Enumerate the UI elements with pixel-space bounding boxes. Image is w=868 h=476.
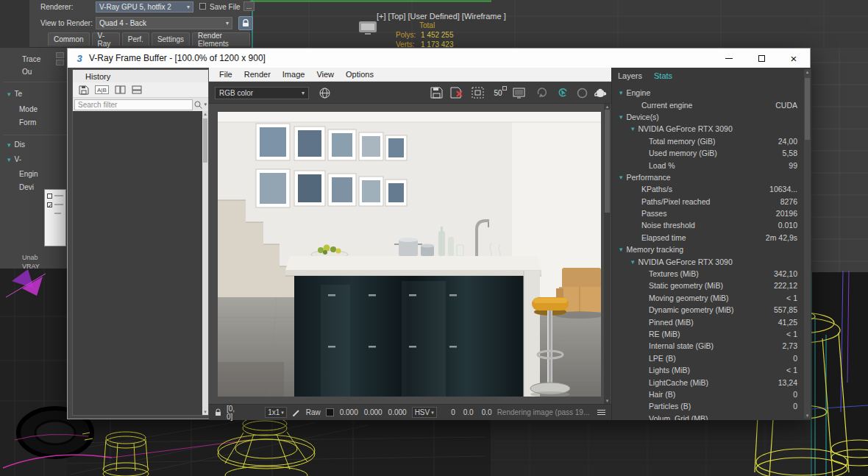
stats-tab-stats[interactable]: Stats [654,71,672,80]
stats-row[interactable]: Noise threshold0.010 [612,219,803,231]
stats-row[interactable]: Load %99 [612,159,803,171]
menu-view[interactable]: View [310,70,340,79]
save-file-checkbox[interactable] [199,3,206,10]
history-list[interactable]: ▴ ▾ [73,111,208,415]
stats-row[interactable]: Used memory (GiB)5,58 [612,147,803,159]
tab-perf[interactable]: Perf. [122,32,149,46]
tab-render-elements[interactable]: Render Elements [192,32,250,46]
pixel-g-value: 0.000 [363,408,383,416]
history-compare-vertical-icon[interactable] [132,85,142,94]
hsv-mode-dropdown[interactable]: HSV▾ [412,407,437,418]
region-render-icon[interactable] [469,85,485,101]
browse-save-file-button[interactable]: ... [243,1,255,11]
tab-common[interactable]: Common [48,32,90,46]
render-region-circle-icon[interactable] [574,85,590,101]
collapse-arrow-icon[interactable]: ▾ [631,258,635,266]
spinner-down-button[interactable] [56,60,64,65]
search-filter-caret-icon[interactable]: ▾ [204,102,207,107]
lock-view-button[interactable] [238,16,253,30]
rollout-te[interactable]: ▾Te [7,90,22,98]
stats-scrollbar[interactable]: ▴ ▾ [804,69,811,419]
stats-row[interactable]: ▾Memory tracking [612,244,803,255]
history-scrollbar[interactable]: ▴ ▾ [202,111,208,415]
tab-settings[interactable]: Settings [152,32,190,46]
display-window-icon[interactable] [511,85,527,101]
renderer-dropdown[interactable]: V-Ray GPU 5, hotfix 2 ▾ [96,1,193,13]
collapse-arrow-icon[interactable]: ▾ [619,113,623,121]
history-save-icon[interactable] [79,85,89,95]
collapse-arrow-icon[interactable]: ▾ [619,246,623,253]
stats-row[interactable]: ▾NVIDIA GeForce RTX 3090 [612,123,803,135]
history-ab-compare-icon[interactable]: A|B [95,85,109,94]
image-vertical-scrollbar[interactable]: ▴ ▾ [604,104,611,404]
pick-color-pen-icon[interactable] [292,408,301,417]
statusbar-menu-icon[interactable] [597,410,605,415]
stats-row[interactable]: Volum. Grid (MB) [612,413,803,420]
device-checkbox[interactable] [47,193,52,199]
channel-select-dropdown[interactable]: RGB color ▾ [215,87,309,99]
stats-tab-layers[interactable]: Layers [618,71,642,80]
save-image-icon[interactable] [428,85,444,101]
menu-render[interactable]: Render [238,70,277,79]
device-checkbox-checked[interactable]: ✓ [47,202,52,207]
stats-row[interactable]: LightCache (MiB)13,24 [612,376,803,388]
stats-row[interactable]: Current engineCUDA [612,99,803,110]
collapse-arrow-icon[interactable]: ▾ [619,174,623,181]
pixel-lock-icon[interactable] [215,408,221,416]
stats-row[interactable]: Elapsed time2m 42,9s [612,232,803,244]
tab-v-ray[interactable]: V-Ray [92,32,120,46]
stat-label: Noise threshold [641,221,695,230]
viewport-header-label[interactable]: [+] [Top] [User Defined] [Wireframe ] [377,12,506,21]
rollout-label-mode: Mode [19,105,38,113]
minimize-button[interactable] [713,49,745,68]
track-mouse-icon[interactable] [555,85,571,101]
stats-row[interactable]: Static geometry (MiB)222,12 [612,280,803,291]
stats-row[interactable]: Paths/Pixel reached8276 [612,196,803,207]
stats-row[interactable]: Total memory (GiB)24,00 [612,135,803,147]
spinner-up-button[interactable] [56,52,64,58]
stats-row[interactable]: RE (MiB)< 1 [612,328,803,340]
stats-row[interactable]: Lights (MiB)< 1 [612,364,803,376]
colorspace-globe-icon[interactable] [316,85,332,101]
stat-value: 222,12 [774,281,803,290]
collapse-arrow-icon[interactable]: ▾ [619,89,623,96]
stats-row[interactable]: ▾NVIDIA GeForce RTX 3090 [612,255,803,267]
pixel-info-mode-dropdown[interactable]: 1x1▾ [265,407,287,418]
zoom-level-icon[interactable]: 50 [490,85,506,101]
stats-row[interactable]: Textures (MiB)342,10 [612,268,803,280]
vfb-titlebar[interactable]: 3 V-Ray Frame Buffer - [100.0% of 1200 x… [68,49,810,68]
stats-row[interactable]: Moving geometry (MiB)< 1 [612,292,803,304]
stats-row[interactable]: Internal state (GiB)2,73 [612,340,803,352]
stats-row[interactable]: ▾Performance [612,171,803,183]
colorspace-raw-label[interactable]: Raw [306,408,321,416]
stats-row[interactable]: Hair (B)0 [612,388,803,400]
menu-image[interactable]: Image [277,70,311,79]
stats-row[interactable]: Passes20196 [612,207,803,219]
render-last-teapot-icon[interactable] [592,85,608,101]
rollout-dis[interactable]: ▾Dis [7,141,25,149]
maximize-button[interactable] [745,49,778,68]
device-list[interactable]: ✓ [44,189,66,246]
menu-file[interactable]: File [213,70,238,79]
collapse-arrow-icon[interactable]: ▾ [631,125,635,132]
renderer-value: V-Ray GPU 5, hotfix 2 [99,3,171,11]
stats-row[interactable]: KPaths/s10634... [612,183,803,195]
rendered-kitchen-image[interactable] [218,112,601,397]
view-to-render-dropdown[interactable]: Quad 4 - Back ▾ [96,17,232,29]
stats-row[interactable]: LPE (B)0 [612,352,803,364]
history-compare-horizontal-icon[interactable] [115,85,126,94]
stats-row[interactable]: Particles (B)0 [612,400,803,412]
vfb-menubar: FileRenderImageViewOptions [209,68,611,82]
follow-mouse-icon[interactable] [534,85,550,101]
stats-row[interactable]: Dynamic geometry (MiB)557,85 [612,304,803,316]
stats-row[interactable]: Pinned (MiB)41,25 [612,316,803,327]
close-button[interactable]: × [778,49,810,68]
clear-image-icon[interactable] [449,85,465,101]
stats-row[interactable]: ▾Device(s) [612,111,803,123]
cursor-coords: [0, 0] [227,405,243,421]
history-search-input[interactable] [74,99,193,110]
rollout-vray[interactable]: ▾V- [7,155,21,163]
menu-options[interactable]: Options [340,70,380,79]
history-panel-header[interactable]: History [73,70,208,82]
stats-row[interactable]: ▾Engine [612,87,803,99]
